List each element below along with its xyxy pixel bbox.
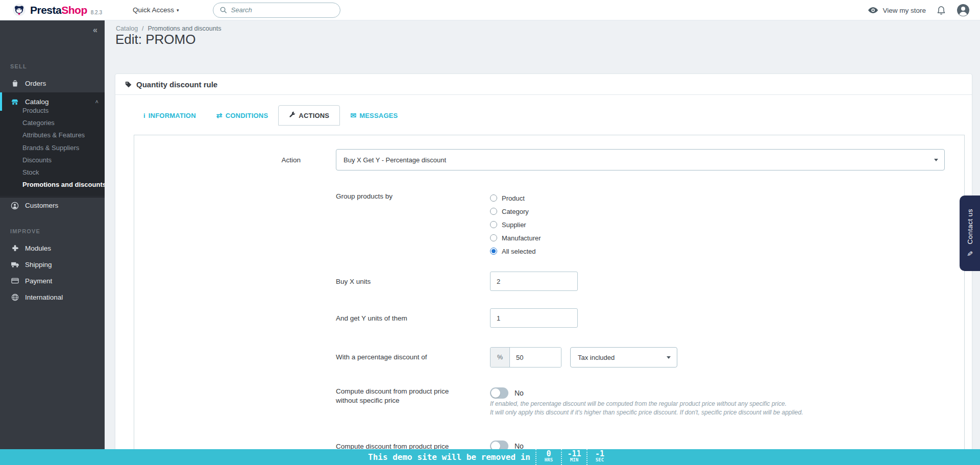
countdown-value: -1 <box>587 450 612 458</box>
orders-bag-icon <box>10 80 19 87</box>
brand-shop: Shop <box>61 4 87 16</box>
shipping-truck-icon <box>10 261 19 268</box>
radio-button[interactable] <box>490 194 497 202</box>
tab-label: ACTIONS <box>299 112 329 119</box>
countdown-value: 0 <box>536 450 561 458</box>
tab-actions[interactable]: ACTIONS <box>278 105 340 126</box>
sidebar-subitem-brands-suppliers[interactable]: Brands & Suppliers <box>22 141 105 154</box>
countdown-unit: SEC <box>587 458 612 462</box>
shuffle-icon: ⇄ <box>216 111 223 119</box>
sidebar-item-customers[interactable]: Customers <box>0 196 105 214</box>
international-globe-icon <box>10 293 19 301</box>
eye-icon <box>868 7 878 14</box>
sidebar-subitem-products[interactable]: Products <box>22 104 105 116</box>
search-icon <box>219 6 227 14</box>
chevron-down-icon <box>934 159 938 161</box>
payment-card-icon <box>10 278 19 284</box>
breadcrumb-parent[interactable]: Catalog <box>116 25 138 32</box>
toggle-knob <box>491 388 500 398</box>
radio-option-manufacturer[interactable]: Manufacturer <box>490 231 541 244</box>
tab-messages[interactable]: ✉ MESSAGES <box>340 105 408 126</box>
percentage-discount-input[interactable] <box>510 348 561 367</box>
sidebar-subitem-stock[interactable]: Stock <box>22 166 105 178</box>
group-products-label: Group products by <box>336 192 393 200</box>
help-text-line1: If enabled, the percentage discount will… <box>490 400 787 407</box>
radio-option-product[interactable]: Product <box>490 191 525 205</box>
compute-discount-toggle[interactable] <box>490 387 508 399</box>
customers-person-icon <box>10 202 19 210</box>
tag-icon <box>125 81 132 88</box>
tab-label: CONDITIONS <box>226 112 268 119</box>
sidebar-subitem-attributes-features[interactable]: Attributes & Features <box>22 129 105 141</box>
version-label: 8.2.3 <box>91 10 102 15</box>
breadcrumb: Catalog / Promotions and discounts <box>116 25 221 32</box>
tab-information[interactable]: i INFORMATION <box>133 105 206 126</box>
help-text-line2: It will only apply this discount if it's… <box>490 409 803 416</box>
buy-x-units-input[interactable] <box>490 272 578 291</box>
breadcrumb-separator: / <box>142 25 143 32</box>
notifications-bell-icon[interactable] <box>937 6 945 15</box>
sidebar-item-modules[interactable]: Modules <box>0 240 105 256</box>
caret-down-icon: ▾ <box>177 8 179 13</box>
radio-button[interactable] <box>490 234 497 241</box>
sidebar-subitem-promotions-discounts[interactable]: Promotions and discounts <box>22 178 105 190</box>
sidebar-item-shipping[interactable]: Shipping <box>0 256 105 273</box>
action-label: Action <box>250 156 301 164</box>
radio-option-category[interactable]: Category <box>490 205 529 218</box>
search-input[interactable] <box>231 6 334 14</box>
countdown-minutes: -11 MIN <box>561 449 586 465</box>
tax-select[interactable]: Tax included <box>570 347 677 368</box>
envelope-icon: ✉ <box>350 111 356 119</box>
sidebar-subitem-discounts[interactable]: Discounts <box>22 154 105 166</box>
view-my-store-link[interactable]: View my store <box>868 7 926 14</box>
prestashop-logo[interactable]: PrestaShop 8.2.3 <box>12 3 102 17</box>
topbar: PrestaShop 8.2.3 Quick Access ▾ View my … <box>0 0 980 20</box>
demo-removal-banner: This demo site will be removed in 0 HRS … <box>0 449 980 465</box>
quick-access-menu[interactable]: Quick Access ▾ <box>133 6 179 14</box>
action-select[interactable]: Buy X Get Y - Percentage discount <box>336 149 945 170</box>
tab-label: INFORMATION <box>149 112 196 119</box>
countdown-seconds: -1 SEC <box>586 449 612 465</box>
sidebar-item-label: Modules <box>25 244 51 252</box>
sidebar-item-label: Payment <box>25 277 52 285</box>
radio-option-all-selected[interactable]: All selected <box>490 244 535 258</box>
radio-option-supplier[interactable]: Supplier <box>490 218 526 231</box>
sidebar-item-payment[interactable]: Payment <box>0 273 105 289</box>
compute-discount-label-line1: Compute discount from product price <box>336 387 474 395</box>
main-content: Catalog / Promotions and discounts Edit:… <box>105 20 980 465</box>
wrench-icon <box>289 111 296 119</box>
tab-label: MESSAGES <box>359 112 398 119</box>
tab-conditions[interactable]: ⇄ CONDITIONS <box>206 105 279 126</box>
sidebar-section-improve: IMPROVE <box>10 228 40 234</box>
pencil-icon: ✎ <box>966 250 974 257</box>
radio-button[interactable] <box>490 221 497 228</box>
get-y-units-label: And get Y units of them <box>336 314 407 322</box>
action-select-value: Buy X Get Y - Percentage discount <box>344 156 446 164</box>
sidebar-subitem-categories[interactable]: Categories <box>22 116 105 129</box>
sidebar-item-label: International <box>25 293 63 301</box>
search-bar[interactable] <box>213 3 340 18</box>
sidebar-item-orders[interactable]: Orders <box>0 74 105 92</box>
buy-x-units-label: Buy X units <box>336 278 371 285</box>
contact-us-tab[interactable]: Contact us ✎ <box>960 195 980 271</box>
get-y-units-input[interactable] <box>490 308 578 328</box>
radio-label: Manufacturer <box>502 234 541 242</box>
radio-button-checked[interactable] <box>490 248 497 255</box>
prestashop-monkey-icon <box>12 3 26 17</box>
panel-title: Quantity discount rule <box>136 80 217 89</box>
countdown-value: -11 <box>562 450 586 458</box>
chevron-down-icon <box>667 356 671 359</box>
sidebar-nav: « SELL Orders Catalog ˄ Products Categor… <box>0 20 105 465</box>
modules-puzzle-icon <box>10 244 19 252</box>
contact-us-label: Contact us <box>966 209 974 244</box>
compute-discount-label-line2: without specific price <box>336 397 474 404</box>
banner-message: This demo site will be removed in <box>368 452 530 462</box>
radio-label: All selected <box>502 248 535 255</box>
user-avatar[interactable] <box>957 4 970 17</box>
sidebar-item-international[interactable]: International <box>0 289 105 305</box>
view-my-store-label: View my store <box>883 7 926 14</box>
sidebar-collapse-button[interactable]: « <box>93 26 97 35</box>
breadcrumb-current: Promotions and discounts <box>148 25 222 32</box>
radio-button[interactable] <box>490 208 497 215</box>
countdown-unit: HRS <box>536 458 561 462</box>
